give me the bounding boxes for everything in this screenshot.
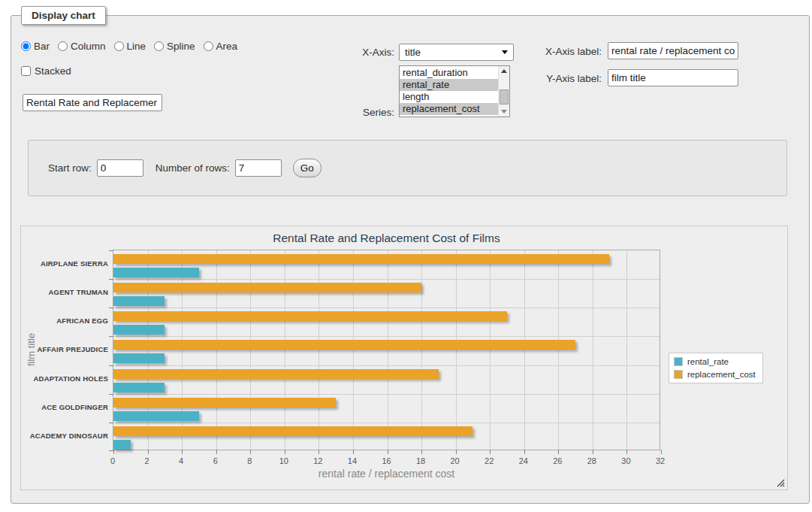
y-category-label: ACE GOLDFINGER — [21, 393, 108, 422]
display-chart-panel: Display chart BarColumnLineSplineArea St… — [11, 15, 810, 504]
gridline-vertical — [456, 250, 457, 450]
radio-label: Area — [216, 41, 238, 52]
chart-container: Rental Rate and Replacement Cost of Film… — [20, 226, 788, 490]
bar-rental_rate-academy-dinosaur — [113, 440, 131, 450]
gridline-vertical — [421, 250, 422, 450]
resize-grip-icon[interactable] — [777, 479, 785, 487]
stacked-checkbox[interactable] — [21, 66, 31, 76]
x-axis-title: rental rate / replacement cost — [113, 468, 660, 480]
panel-legend: Display chart — [21, 6, 106, 25]
radio-label: Column — [71, 41, 106, 52]
x-tick-label: 28 — [587, 456, 596, 465]
x-tick-label: 8 — [247, 456, 252, 465]
stacked-option[interactable]: Stacked — [21, 65, 71, 77]
radio-line[interactable] — [114, 41, 124, 51]
bar-replacement_cost-adaptation-holes — [113, 369, 439, 379]
gridline-horizontal — [113, 308, 660, 308]
legend-entry: rental_rate — [674, 357, 756, 366]
x-tick-label: 4 — [179, 456, 183, 465]
legend-label: replacement_cost — [687, 370, 756, 379]
y-category-label: AIRPLANE SIERRA — [21, 250, 108, 278]
listbox-scrollbar[interactable] — [498, 66, 509, 117]
x-tick-mark — [593, 450, 593, 454]
x-tick-label: 24 — [519, 456, 528, 465]
scroll-down-icon[interactable] — [499, 107, 509, 117]
chart-type-option-line[interactable]: Line — [114, 41, 146, 52]
series-option-rental_rate[interactable]: rental_rate — [400, 79, 498, 91]
radio-column[interactable] — [58, 41, 68, 51]
dropdown-arrow-icon — [502, 50, 508, 54]
radio-area[interactable] — [204, 41, 213, 51]
radio-spline[interactable] — [154, 41, 164, 51]
x-tick-label: 22 — [484, 456, 494, 465]
gridline-horizontal — [113, 394, 660, 395]
y-category-label: AFFAIR PREJUDICE — [21, 335, 108, 364]
x-tick-mark — [524, 450, 525, 454]
chart-legend: rental_ratereplacement_cost — [669, 353, 763, 383]
radio-label: Line — [127, 41, 146, 52]
bar-rental_rate-ace-goldfinger — [113, 411, 199, 421]
bar-replacement_cost-ace-goldfinger — [113, 398, 336, 407]
legend-swatch-replacement_cost — [674, 370, 683, 379]
y-tick-mark — [109, 394, 113, 395]
x-axis-select[interactable]: title — [399, 44, 514, 61]
scroll-up-icon[interactable] — [499, 66, 509, 76]
x-tick-label: 20 — [451, 456, 460, 465]
x-tick-mark — [148, 450, 149, 454]
gridline-horizontal — [113, 279, 660, 280]
x-tick-mark — [318, 450, 319, 454]
start-row-input[interactable] — [97, 159, 143, 177]
gridline-vertical — [490, 250, 491, 450]
y-axis-label-input[interactable] — [608, 69, 738, 86]
chart-type-option-column[interactable]: Column — [58, 41, 106, 52]
gridline-vertical — [318, 250, 319, 450]
gridline-vertical — [524, 250, 525, 450]
number-of-rows-label: Number of rows: — [155, 162, 230, 174]
series-list-label: Series: — [327, 107, 394, 118]
y-tick-mark — [109, 279, 113, 280]
x-axis-label-input[interactable] — [608, 42, 738, 59]
series-option-replacement_cost[interactable]: replacement_cost — [400, 103, 498, 115]
series-option-rental_duration[interactable]: rental_duration — [400, 67, 498, 79]
x-tick-label: 2 — [145, 456, 149, 465]
x-tick-label: 12 — [313, 456, 322, 465]
bar-rental_rate-agent-truman — [113, 296, 165, 306]
radio-bar[interactable] — [21, 41, 31, 51]
x-axis-selected-value: title — [405, 47, 421, 58]
chart-title-input[interactable] — [23, 94, 162, 111]
scrollbar-thumb[interactable] — [500, 89, 509, 105]
series-listbox[interactable]: rental_durationrental_ratelengthreplacem… — [399, 65, 510, 117]
x-tick-mark — [661, 450, 662, 454]
x-tick-label: 18 — [416, 456, 425, 465]
series-option-length[interactable]: length — [400, 91, 498, 103]
x-tick-mark — [626, 450, 627, 454]
x-tick-label: 0 — [110, 456, 115, 465]
gridline-vertical — [593, 250, 593, 450]
chart-type-option-bar[interactable]: Bar — [21, 41, 50, 52]
scrollbar-track[interactable] — [499, 76, 509, 107]
row-controls-bar: Start row: Number of rows: Go — [28, 140, 787, 196]
x-tick-mark — [250, 450, 251, 454]
y-axis-label-field-label: Y-Axis label: — [530, 73, 602, 84]
x-axis-tick-labels: 02468101214161820222426283032 — [113, 456, 660, 467]
gridline-horizontal — [113, 365, 660, 366]
y-tick-mark — [109, 250, 113, 251]
gridline-horizontal — [113, 423, 660, 423]
number-of-rows-input[interactable] — [235, 159, 282, 177]
legend-entry: replacement_cost — [674, 370, 756, 379]
y-tick-mark — [109, 336, 113, 337]
chart-type-option-spline[interactable]: Spline — [154, 41, 195, 52]
gridline-vertical — [558, 250, 559, 450]
stacked-label: Stacked — [35, 65, 71, 77]
x-tick-mark — [421, 450, 422, 454]
chart-title: Rental Rate and Replacement Cost of Film… — [113, 232, 660, 245]
bar-rental_rate-adaptation-holes — [113, 383, 165, 392]
go-button[interactable]: Go — [293, 159, 321, 177]
page: Display chart BarColumnLineSplineArea St… — [0, 0, 812, 512]
y-category-label: AGENT TRUMAN — [21, 278, 108, 307]
gridline-vertical — [250, 250, 251, 450]
x-tick-mark — [490, 450, 491, 454]
x-tick-mark — [388, 450, 388, 454]
chart-type-option-area[interactable]: Area — [204, 41, 238, 52]
y-category-label: ACADEMY DINOSAUR — [21, 422, 108, 450]
